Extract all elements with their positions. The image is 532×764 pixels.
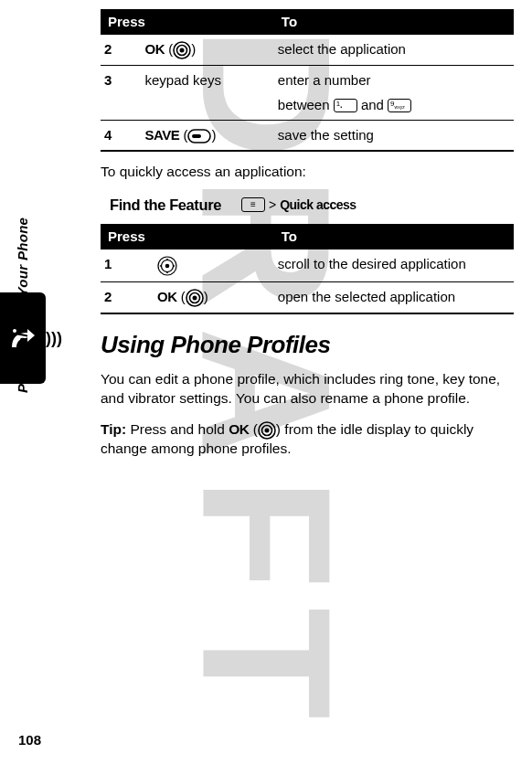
instruction-table-2: Press To 1 scroll to the desired applica… — [101, 224, 514, 313]
col-header-to: To — [274, 9, 514, 35]
page-content: Press To 2 OK ( ) select the application… — [0, 0, 532, 459]
body-text: To quickly access an application: — [101, 163, 514, 182]
table-row: 3 keypad keys enter a number between 1• … — [101, 66, 514, 121]
ok-key-icon — [173, 41, 191, 59]
svg-point-14 — [264, 429, 269, 433]
svg-rect-5 — [192, 134, 201, 138]
tip-text: Tip: Press and hold OK () from the idle … — [101, 420, 514, 459]
ok-key-icon — [186, 289, 204, 307]
nav-wheel-icon — [157, 256, 177, 276]
svg-point-3 — [180, 48, 185, 53]
step-press: keypad keys — [142, 66, 274, 121]
softkey-label: SAVE — [145, 127, 180, 143]
menu-path-item: Quick access — [280, 196, 356, 214]
step-action: select the application — [274, 35, 514, 66]
page-number: 108 — [18, 732, 41, 748]
table-row: 4 SAVE ( ) save the setting — [101, 120, 514, 151]
table-row: 2 OK ( ) select the application — [101, 35, 514, 66]
path-separator: > — [269, 196, 276, 214]
softkey-label: OK — [157, 289, 177, 304]
instruction-table-1: Press To 2 OK ( ) select the application… — [101, 9, 514, 152]
table-row: 1 scroll to the desired application — [101, 249, 514, 281]
right-softkey-icon — [187, 129, 211, 143]
step-number: 2 — [101, 281, 154, 313]
table-row: 2 OK ( ) open the selected application — [101, 281, 514, 313]
col-header-press: Press — [101, 224, 274, 249]
step-action: enter a number between 1• and 9wxyz — [274, 66, 514, 121]
col-header-to: To — [274, 224, 514, 249]
softkey-label: OK — [145, 41, 165, 57]
section-side-label: Personalizing Your Phone — [15, 218, 30, 393]
find-feature-label: Find the Feature — [110, 195, 221, 215]
keypad-9-icon: 9wxyz — [388, 99, 411, 112]
section-heading: Using Phone Profiles — [101, 329, 514, 361]
sound-waves-right-icon: ))) — [46, 329, 62, 348]
keypad-1-icon: 1• — [334, 99, 357, 112]
step-action: save the setting — [274, 120, 514, 151]
col-header-press: Press — [101, 9, 274, 35]
step-number: 2 — [101, 35, 142, 66]
step-number: 1 — [101, 249, 154, 281]
svg-point-11 — [192, 295, 197, 300]
step-action: open the selected application — [274, 281, 514, 313]
step-number: 4 — [101, 120, 142, 151]
menu-key-icon — [241, 197, 265, 212]
ok-key-icon — [258, 421, 276, 440]
find-feature-row: Find the Feature > Quick access — [110, 195, 514, 215]
body-text: You can edit a phone profile, which incl… — [101, 370, 514, 409]
step-number: 3 — [101, 66, 142, 121]
step-action: scroll to the desired application — [274, 249, 514, 281]
svg-point-8 — [165, 263, 170, 268]
